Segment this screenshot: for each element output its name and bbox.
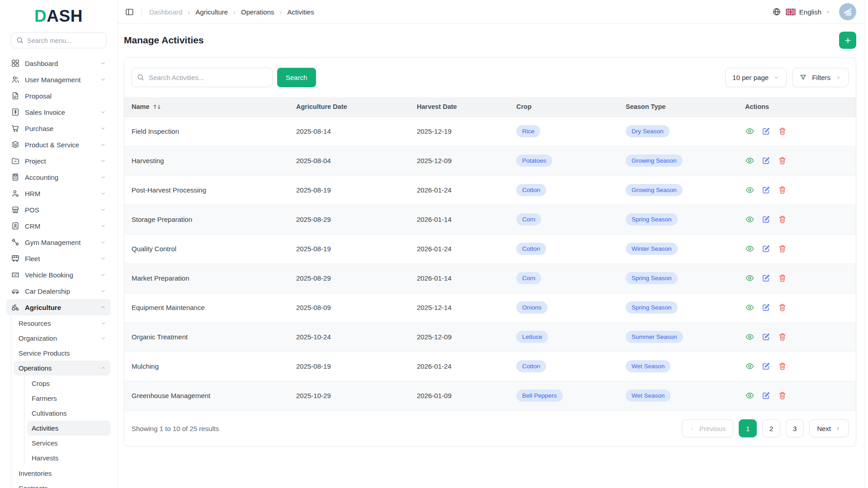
eye-icon bbox=[745, 185, 755, 195]
sidebar-item-inventories[interactable]: Inventories bbox=[14, 466, 111, 481]
sidebar-item-agriculture[interactable]: Agriculture bbox=[6, 299, 111, 315]
sidebar-item-fleet[interactable]: Fleet bbox=[6, 250, 111, 267]
sidebar-item-crops[interactable]: Crops bbox=[27, 376, 111, 391]
edit-button[interactable] bbox=[761, 127, 771, 136]
chevron-down-icon bbox=[100, 335, 106, 341]
view-button[interactable] bbox=[745, 332, 755, 342]
edit-button[interactable] bbox=[761, 303, 771, 312]
view-button[interactable] bbox=[745, 391, 755, 400]
delete-button[interactable] bbox=[778, 273, 787, 283]
column-header-name[interactable]: Name↑↓ bbox=[124, 97, 289, 117]
sidebar-item-activities[interactable]: Activities bbox=[27, 421, 111, 436]
view-button[interactable] bbox=[745, 127, 755, 136]
delete-button[interactable] bbox=[778, 303, 787, 312]
delete-button[interactable] bbox=[778, 244, 787, 253]
view-button[interactable] bbox=[745, 156, 755, 165]
breadcrumb-operations[interactable]: Operations bbox=[241, 8, 274, 16]
sidebar-item-accounting[interactable]: Accounting bbox=[6, 169, 111, 185]
cell-agriculture-date: 2025-08-09 bbox=[289, 293, 410, 322]
sidebar-item-hrm[interactable]: HRM bbox=[6, 185, 111, 202]
next-button[interactable]: Next bbox=[809, 419, 849, 437]
sidebar-item-vehicle-booking[interactable]: Vehicle Booking bbox=[6, 267, 111, 283]
trash-icon bbox=[778, 156, 787, 165]
activities-search-input[interactable] bbox=[132, 68, 273, 87]
trash-icon bbox=[778, 391, 787, 400]
delete-button[interactable] bbox=[778, 185, 787, 195]
breadcrumb-activities[interactable]: Activities bbox=[287, 8, 314, 16]
edit-button[interactable] bbox=[761, 391, 771, 400]
view-button[interactable] bbox=[745, 361, 755, 371]
cell-crop: Potatoes bbox=[509, 146, 618, 175]
sidebar-toggle-button[interactable] bbox=[125, 7, 134, 17]
toolbar-right: 10 per page Filters bbox=[725, 68, 849, 87]
sidebar-item-car-dealership[interactable]: Car Dealership bbox=[6, 283, 111, 299]
breadcrumb-separator: › bbox=[279, 8, 282, 16]
filters-button[interactable]: Filters bbox=[792, 68, 849, 87]
delete-button[interactable] bbox=[778, 391, 787, 400]
view-button[interactable] bbox=[745, 215, 755, 224]
edit-button[interactable] bbox=[761, 156, 771, 165]
edit-button[interactable] bbox=[761, 332, 771, 342]
delete-button[interactable] bbox=[778, 156, 787, 165]
crop-badge: Corn bbox=[516, 213, 541, 225]
cell-season-type: Spring Season bbox=[618, 293, 738, 322]
sidebar-item-contracts[interactable]: Contracts bbox=[14, 481, 111, 488]
sidebar-item-services[interactable]: Services bbox=[27, 436, 111, 450]
edit-button[interactable] bbox=[761, 215, 771, 224]
cell-crop: Cotton bbox=[509, 175, 618, 205]
cell-season-type: Growing Season bbox=[618, 175, 738, 205]
sidebar-item-product-service[interactable]: Product & Service bbox=[6, 136, 111, 153]
view-button[interactable] bbox=[745, 244, 755, 253]
sidebar-item-cultivations[interactable]: Cultivations bbox=[27, 406, 111, 421]
previous-button[interactable]: Previous bbox=[682, 419, 733, 437]
breadcrumb-agriculture[interactable]: Agriculture bbox=[195, 8, 228, 16]
view-button[interactable] bbox=[745, 303, 755, 312]
sidebar-item-user-management[interactable]: User Management bbox=[6, 71, 111, 88]
search-button[interactable]: Search bbox=[277, 68, 316, 87]
sidebar-item-purchase[interactable]: Purchase bbox=[6, 120, 111, 136]
per-page-select[interactable]: 10 per page bbox=[725, 68, 787, 87]
page-2-button[interactable]: 2 bbox=[762, 419, 780, 437]
delete-button[interactable] bbox=[778, 361, 787, 371]
delete-button[interactable] bbox=[778, 332, 787, 342]
users-icon bbox=[11, 75, 20, 84]
sidebar-item-crm[interactable]: CRM bbox=[6, 218, 111, 234]
scrollbar-track[interactable] bbox=[864, 0, 868, 488]
sidebar-item-proposal[interactable]: Proposal bbox=[6, 88, 111, 104]
breadcrumb-dashboard[interactable]: Dashboard bbox=[149, 8, 182, 16]
language-selector[interactable]: English bbox=[786, 8, 831, 16]
sidebar-item-label: Sales Invoice bbox=[25, 108, 65, 116]
sidebar-item-sales-invoice[interactable]: Sales Invoice bbox=[6, 104, 111, 120]
sidebar-item-harvests[interactable]: Harvests bbox=[27, 450, 111, 465]
cell-actions bbox=[738, 293, 856, 322]
sidebar-item-label: Resources bbox=[19, 319, 51, 327]
sidebar-item-dashboard[interactable]: Dashboard bbox=[6, 55, 111, 71]
sidebar-item-operations[interactable]: Operations bbox=[14, 361, 111, 375]
delete-button[interactable] bbox=[778, 127, 787, 136]
avatar[interactable] bbox=[839, 3, 856, 20]
sidebar-item-resources[interactable]: Resources bbox=[14, 316, 111, 331]
edit-button[interactable] bbox=[761, 244, 771, 253]
chevron-down-icon bbox=[100, 320, 106, 326]
sidebar-item-farmers[interactable]: Farmers bbox=[27, 391, 111, 406]
sidebar: DASH DashboardUser ManagementProposalSal… bbox=[0, 0, 118, 488]
sidebar-item-organization[interactable]: Organization bbox=[14, 331, 111, 346]
page-1-button[interactable]: 1 bbox=[739, 419, 757, 437]
edit-button[interactable] bbox=[761, 185, 771, 195]
globe-button[interactable] bbox=[772, 7, 781, 16]
view-button[interactable] bbox=[745, 185, 755, 195]
cell-season-type: Spring Season bbox=[618, 263, 738, 293]
add-activity-button[interactable] bbox=[839, 32, 856, 49]
view-button[interactable] bbox=[745, 273, 755, 283]
edit-button[interactable] bbox=[761, 361, 771, 371]
page-3-button[interactable]: 3 bbox=[786, 419, 804, 437]
sort-icon[interactable]: ↑↓ bbox=[153, 103, 161, 110]
sidebar-item-gym-management[interactable]: Gym Management bbox=[6, 234, 111, 250]
eye-icon bbox=[745, 156, 755, 165]
edit-button[interactable] bbox=[761, 273, 771, 283]
delete-button[interactable] bbox=[778, 215, 787, 224]
sidebar-item-pos[interactable]: POS bbox=[6, 202, 111, 218]
sidebar-item-service-products[interactable]: Service Products bbox=[14, 346, 111, 361]
sidebar-item-project[interactable]: Project bbox=[6, 153, 111, 169]
sidebar-search-input[interactable] bbox=[11, 33, 106, 48]
